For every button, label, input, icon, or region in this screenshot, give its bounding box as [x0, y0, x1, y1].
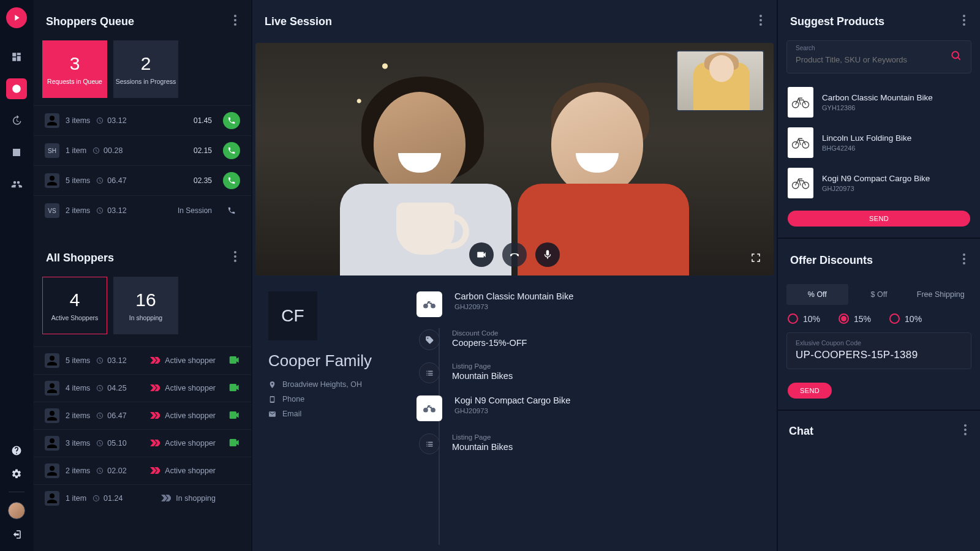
- tag-icon: [419, 329, 440, 350]
- queue-row-3[interactable]: VS2 items 03.12In Session: [34, 195, 251, 225]
- camera-toggle[interactable]: [469, 242, 494, 267]
- shopper-avatar: [45, 436, 59, 451]
- call-button[interactable]: [223, 112, 240, 129]
- shopper-avatar: [45, 491, 59, 506]
- discount-tab-1[interactable]: $ Off: [848, 284, 910, 305]
- shopper-row-2[interactable]: 2 items 06.47Active shopper: [34, 402, 251, 429]
- suggest-products-title: Suggest Products: [790, 15, 884, 28]
- shopper-row-1[interactable]: 4 items 04.25Active shopper: [34, 374, 251, 402]
- svg-point-26: [963, 262, 965, 264]
- search-icon[interactable]: [950, 50, 962, 64]
- shopper-avatar: [45, 353, 59, 368]
- logout-button[interactable]: [11, 529, 22, 542]
- product-icon: [417, 395, 442, 421]
- status-chevron-icon: [150, 440, 160, 447]
- offer-menu[interactable]: [960, 251, 968, 269]
- call-button[interactable]: [223, 142, 240, 159]
- svg-point-27: [964, 424, 967, 427]
- shopper-row-5[interactable]: 1 item 01.24In shopping: [34, 484, 251, 512]
- coupon-field[interactable]: Exlusive Coupon Code UP-COOPERS-15P-1389: [786, 332, 971, 369]
- shopper-avatar: [45, 113, 59, 128]
- discount-option-1[interactable]: 15%: [839, 313, 871, 324]
- agent-avatar[interactable]: [8, 502, 25, 519]
- svg-line-17: [958, 58, 960, 60]
- app-logo: [6, 7, 27, 28]
- status-chevron-icon: [150, 412, 160, 419]
- coupon-code: UP-COOPERS-15P-1389: [796, 349, 962, 361]
- all-stat-1[interactable]: 16In shopping: [113, 277, 178, 334]
- shopper-row-0[interactable]: 5 items 03.12Active shopper: [34, 347, 251, 374]
- product-search[interactable]: Search: [786, 40, 971, 73]
- chat-title: Chat: [789, 425, 813, 438]
- discount-option-2[interactable]: 10%: [889, 313, 922, 324]
- queue-stat-0[interactable]: 3Requests in Queue: [42, 40, 107, 98]
- svg-point-8: [760, 23, 762, 26]
- camera-icon: [229, 384, 240, 393]
- in-session-icon: [223, 202, 240, 219]
- svg-point-25: [963, 258, 965, 260]
- timeline-item-1: Discount CodeCoopers-15%-OFF: [417, 329, 761, 350]
- nav-team[interactable]: [6, 174, 27, 195]
- customer-phone[interactable]: Phone: [268, 395, 403, 403]
- svg-point-28: [964, 429, 967, 431]
- suggested-product-1[interactable]: Lincoln Lux Folding BikeBHG42246: [778, 122, 980, 163]
- suggest-menu[interactable]: [960, 12, 968, 31]
- nav-analytics[interactable]: [6, 142, 27, 163]
- help-button[interactable]: [11, 445, 22, 459]
- status-chevron-icon: [150, 357, 160, 364]
- shopper-avatar: [45, 408, 59, 423]
- mic-toggle[interactable]: [535, 242, 560, 267]
- send-products-button[interactable]: SEND: [788, 211, 970, 227]
- shopper-avatar: VS: [45, 203, 59, 218]
- queue-row-2[interactable]: 5 items 06.4702.35: [34, 165, 251, 195]
- customer-location: Broadview Heights, OH: [268, 380, 403, 389]
- svg-point-2: [234, 23, 236, 26]
- product-search-input[interactable]: [796, 55, 950, 64]
- self-view: [676, 50, 764, 111]
- discount-option-0[interactable]: 10%: [788, 313, 820, 324]
- end-call-button[interactable]: [502, 242, 527, 267]
- nav-live[interactable]: [6, 78, 27, 99]
- shopper-avatar: [45, 173, 59, 188]
- live-session-menu[interactable]: [757, 12, 764, 31]
- nav-history[interactable]: [6, 110, 27, 131]
- product-icon: [417, 291, 442, 317]
- shopper-avatar: [45, 381, 59, 395]
- svg-point-7: [760, 19, 762, 21]
- camera-icon: [229, 440, 240, 448]
- suggested-product-2[interactable]: Kogi N9 Compact Cargo BikeGHJ20973: [778, 163, 980, 203]
- svg-point-3: [234, 251, 236, 253]
- suggested-product-0[interactable]: Carbon Classic Mountain BikeGYH12386: [778, 82, 980, 122]
- video-stream: [255, 43, 774, 276]
- shopper-row-3[interactable]: 3 items 05.10Active shopper: [34, 429, 251, 457]
- shopper-avatar: [45, 463, 59, 478]
- list-icon: [419, 433, 440, 454]
- all-stat-0[interactable]: 4Active Shoppers: [42, 277, 107, 334]
- fullscreen-button[interactable]: [750, 252, 761, 266]
- svg-point-5: [234, 260, 236, 262]
- product-thumb: [788, 127, 813, 158]
- queue-menu[interactable]: [232, 12, 239, 31]
- discount-tab-2[interactable]: Free Shipping: [910, 284, 971, 305]
- call-button[interactable]: [223, 172, 240, 189]
- discount-tab-0[interactable]: % Off: [786, 284, 848, 305]
- customer-email[interactable]: Email: [268, 410, 403, 418]
- queue-stat-1[interactable]: 2Sessions in Progress: [113, 40, 178, 98]
- svg-point-29: [964, 433, 967, 435]
- list-icon: [419, 362, 440, 383]
- shopper-avatar: SH: [45, 143, 59, 158]
- all-shoppers-title: All Shoppers: [46, 252, 114, 264]
- send-discount-button[interactable]: SEND: [788, 383, 832, 399]
- settings-button[interactable]: [11, 468, 22, 482]
- status-chevron-icon: [150, 384, 160, 392]
- activity-timeline: Carbon Classic Mountain BikeGHJ20973Disc…: [415, 291, 761, 545]
- all-shoppers-menu[interactable]: [232, 249, 239, 267]
- nav-dashboard[interactable]: [6, 47, 27, 67]
- shopper-row-4[interactable]: 2 items 02.02Active shopper: [34, 457, 251, 484]
- queue-row-0[interactable]: 3 items 03.1201.45: [34, 105, 251, 135]
- timeline-item-4: Listing PageMountain Bikes: [417, 433, 761, 454]
- divider: [9, 492, 24, 492]
- chat-menu[interactable]: [962, 422, 969, 440]
- queue-row-1[interactable]: SH1 item 00.2802.15: [34, 135, 251, 165]
- product-thumb: [788, 168, 813, 198]
